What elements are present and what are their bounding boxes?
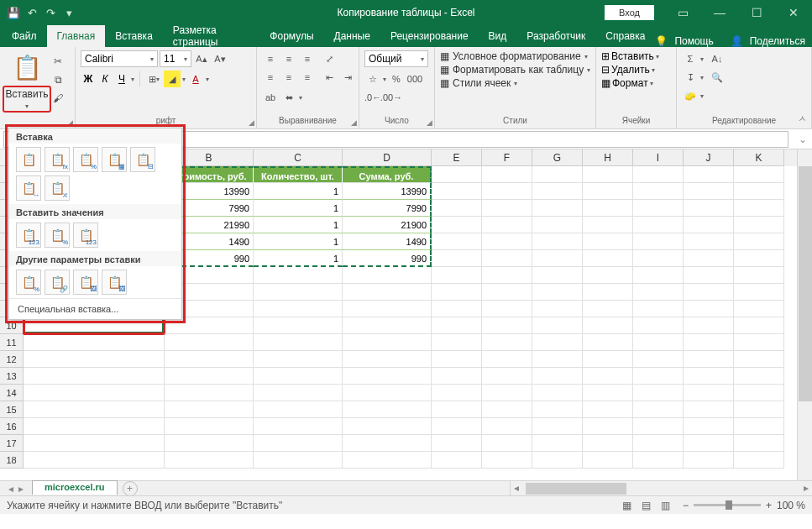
cell[interactable]: 1490 — [343, 233, 432, 250]
vertical-scrollbar[interactable] — [797, 149, 812, 480]
paste-no-borders-icon[interactable]: 📋⊟ — [130, 147, 155, 172]
align-launcher-icon[interactable]: ◢ — [351, 118, 357, 127]
cell[interactable] — [583, 301, 633, 317]
sort-filter-icon[interactable]: A↓ — [709, 50, 726, 67]
cell[interactable] — [583, 418, 633, 435]
cell[interactable] — [165, 368, 254, 385]
horizontal-scrollbar[interactable]: ◂ ▸ — [510, 481, 812, 495]
cell[interactable] — [532, 435, 583, 452]
paste-transpose-icon[interactable]: 📋⤭ — [45, 175, 70, 201]
cell[interactable] — [684, 401, 734, 418]
hscroll-right-icon[interactable]: ▸ — [804, 482, 809, 494]
zoom-slider[interactable] — [694, 504, 761, 506]
cell[interactable] — [734, 233, 784, 250]
number-launcher-icon[interactable]: ◢ — [427, 118, 432, 127]
cell[interactable] — [482, 217, 532, 233]
cell[interactable] — [633, 267, 684, 284]
align-center-icon[interactable]: ≡ — [280, 69, 297, 86]
underline-button[interactable]: Ч — [114, 73, 129, 85]
cell[interactable] — [532, 385, 583, 401]
tab-insert[interactable]: Вставка — [105, 25, 163, 47]
find-icon[interactable]: 🔍 — [709, 69, 726, 86]
percent-icon[interactable]: % — [388, 71, 405, 87]
wrap-text-icon[interactable]: ab — [262, 89, 279, 106]
cell[interactable] — [583, 317, 633, 334]
cell[interactable] — [583, 200, 633, 217]
cell[interactable] — [734, 452, 784, 469]
ribbon-display-icon[interactable]: ▭ — [664, 0, 701, 25]
tellme-label[interactable]: Помощь — [674, 35, 713, 47]
cell[interactable] — [734, 267, 784, 284]
align-middle-icon[interactable]: ≡ — [280, 50, 297, 67]
cell[interactable] — [432, 385, 482, 401]
cell[interactable] — [633, 334, 684, 351]
paste-values-number-icon[interactable]: 📋% — [45, 223, 70, 248]
paste-formulas-number-icon[interactable]: 📋% — [73, 147, 98, 172]
paste-picture-icon[interactable]: 📋🖼 — [73, 270, 98, 295]
row-header[interactable]: 15 — [0, 401, 24, 418]
cell[interactable] — [583, 233, 633, 250]
cell[interactable] — [482, 301, 532, 317]
cell[interactable] — [24, 368, 165, 385]
row-header[interactable]: 11 — [0, 334, 24, 351]
cell[interactable] — [684, 452, 734, 469]
clear-icon[interactable]: 🧽 — [682, 87, 699, 104]
save-icon[interactable]: 💾 — [7, 6, 20, 19]
cell[interactable] — [684, 267, 734, 284]
cell[interactable] — [633, 351, 684, 368]
cell[interactable] — [165, 385, 254, 401]
tab-data[interactable]: Данные — [324, 25, 380, 47]
cell[interactable] — [432, 267, 482, 284]
cell[interactable] — [734, 401, 784, 418]
cell[interactable] — [633, 385, 684, 401]
sign-in-button[interactable]: Вход — [605, 5, 654, 20]
cell[interactable]: 1 — [254, 200, 343, 217]
cell[interactable] — [254, 418, 343, 435]
cell[interactable] — [684, 418, 734, 435]
cell[interactable] — [482, 317, 532, 334]
cell[interactable] — [432, 452, 482, 469]
cut-icon[interactable]: ✂ — [50, 54, 65, 69]
cell[interactable] — [532, 452, 583, 469]
paste-formatting-icon[interactable]: 📋% — [16, 270, 41, 295]
cell[interactable] — [633, 301, 684, 317]
cell[interactable] — [532, 301, 583, 317]
cell[interactable] — [532, 166, 583, 183]
format-cells-button[interactable]: ▦Формат ▾ — [601, 77, 671, 89]
cell[interactable] — [482, 183, 532, 200]
cell[interactable] — [432, 301, 482, 317]
cell[interactable] — [633, 368, 684, 385]
insert-cells-button[interactable]: ⊞Вставить ▾ — [601, 50, 671, 62]
col-header-F[interactable]: F — [482, 149, 532, 166]
cell[interactable] — [633, 250, 684, 267]
cell[interactable] — [482, 435, 532, 452]
cell[interactable] — [734, 385, 784, 401]
cell[interactable] — [532, 250, 583, 267]
cell[interactable] — [343, 452, 432, 469]
cell[interactable]: 13990 — [343, 183, 432, 200]
cell[interactable] — [482, 166, 532, 183]
currency-icon[interactable]: ☆ — [364, 71, 381, 87]
cell[interactable] — [734, 418, 784, 435]
cell[interactable] — [343, 435, 432, 452]
paste-link-icon[interactable]: 📋🔗 — [45, 270, 70, 295]
tab-help[interactable]: Справка — [595, 25, 655, 47]
cell[interactable] — [432, 418, 482, 435]
cell[interactable] — [482, 233, 532, 250]
hscroll-left-icon[interactable]: ◂ — [514, 482, 519, 494]
redo-icon[interactable]: ↷ — [44, 6, 57, 19]
tab-layout[interactable]: Разметка страницы — [163, 25, 260, 47]
collapse-ribbon-icon[interactable]: ㅅ — [798, 113, 807, 125]
cell[interactable] — [684, 166, 734, 183]
sheet-tab[interactable]: microexcel.ru — [32, 480, 118, 495]
col-header-G[interactable]: G — [532, 149, 583, 166]
cell[interactable] — [684, 183, 734, 200]
cell[interactable] — [684, 217, 734, 233]
cell[interactable] — [734, 200, 784, 217]
cell[interactable] — [165, 317, 254, 334]
cell[interactable] — [583, 385, 633, 401]
tab-formulas[interactable]: Формулы — [259, 25, 323, 47]
cell[interactable] — [24, 351, 165, 368]
cell[interactable] — [432, 351, 482, 368]
cell[interactable] — [432, 250, 482, 267]
